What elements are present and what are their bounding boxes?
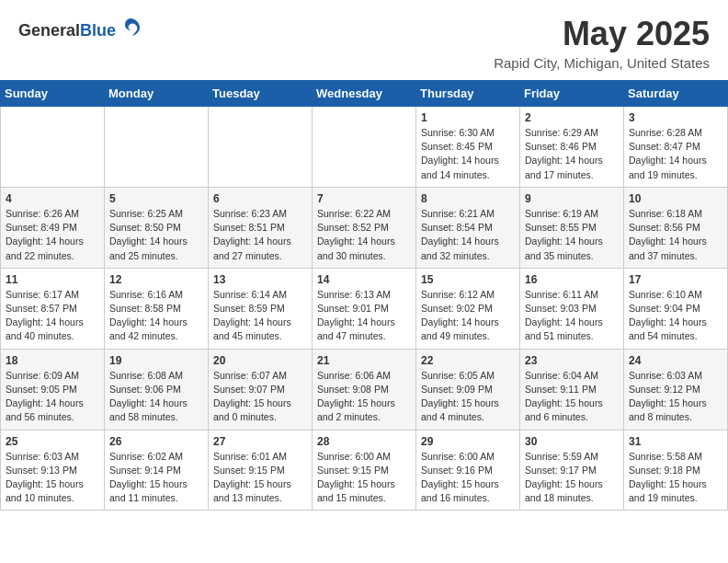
day-info: Sunrise: 6:19 AM Sunset: 8:55 PM Dayligh… — [525, 207, 619, 263]
calendar-cell: 6Sunrise: 6:23 AM Sunset: 8:51 PM Daylig… — [209, 187, 313, 268]
day-number: 12 — [109, 273, 203, 286]
weekday-header-saturday: Saturday — [624, 81, 728, 107]
day-number: 10 — [629, 192, 722, 205]
day-number: 19 — [109, 354, 203, 367]
calendar-cell: 17Sunrise: 6:10 AM Sunset: 9:04 PM Dayli… — [624, 268, 728, 349]
calendar-cell: 29Sunrise: 6:00 AM Sunset: 9:16 PM Dayli… — [416, 430, 520, 511]
day-number: 2 — [525, 111, 619, 124]
day-number: 27 — [213, 435, 307, 448]
calendar-cell: 10Sunrise: 6:18 AM Sunset: 8:56 PM Dayli… — [624, 187, 728, 268]
calendar-cell: 7Sunrise: 6:22 AM Sunset: 8:52 PM Daylig… — [313, 187, 416, 268]
calendar-cell: 15Sunrise: 6:12 AM Sunset: 9:02 PM Dayli… — [416, 268, 520, 349]
page-header: GeneralBlue May 2025 Rapid City, Michiga… — [0, 0, 728, 75]
calendar-cell — [209, 107, 313, 188]
day-info: Sunrise: 6:26 AM Sunset: 8:49 PM Dayligh… — [6, 207, 99, 263]
day-info: Sunrise: 6:03 AM Sunset: 9:12 PM Dayligh… — [629, 369, 722, 425]
day-number: 20 — [213, 354, 307, 367]
day-info: Sunrise: 6:01 AM Sunset: 9:15 PM Dayligh… — [213, 450, 307, 506]
calendar-cell: 4Sunrise: 6:26 AM Sunset: 8:49 PM Daylig… — [1, 187, 105, 268]
logo: GeneralBlue — [18, 15, 143, 46]
day-number: 22 — [421, 354, 515, 367]
day-info: Sunrise: 6:14 AM Sunset: 8:59 PM Dayligh… — [213, 288, 307, 344]
day-number: 8 — [421, 192, 515, 205]
day-info: Sunrise: 6:06 AM Sunset: 9:08 PM Dayligh… — [317, 369, 411, 425]
day-info: Sunrise: 6:04 AM Sunset: 9:11 PM Dayligh… — [525, 369, 619, 425]
day-number: 17 — [629, 273, 722, 286]
weekday-header-tuesday: Tuesday — [209, 81, 313, 107]
day-info: Sunrise: 5:59 AM Sunset: 9:17 PM Dayligh… — [525, 450, 619, 506]
calendar-cell: 3Sunrise: 6:28 AM Sunset: 8:47 PM Daylig… — [624, 107, 728, 188]
calendar-cell: 26Sunrise: 6:02 AM Sunset: 9:14 PM Dayli… — [105, 430, 209, 511]
day-number: 9 — [525, 192, 619, 205]
calendar-cell — [313, 107, 416, 188]
location-label: Rapid City, Michigan, United States — [494, 55, 710, 71]
day-info: Sunrise: 6:03 AM Sunset: 9:13 PM Dayligh… — [6, 450, 99, 506]
month-title: May 2025 — [494, 15, 710, 53]
day-number: 31 — [629, 435, 722, 448]
calendar-cell: 23Sunrise: 6:04 AM Sunset: 9:11 PM Dayli… — [520, 349, 624, 430]
title-area: May 2025 Rapid City, Michigan, United St… — [494, 15, 710, 71]
calendar-cell: 1Sunrise: 6:30 AM Sunset: 8:45 PM Daylig… — [416, 107, 520, 188]
calendar-cell: 16Sunrise: 6:11 AM Sunset: 9:03 PM Dayli… — [520, 268, 624, 349]
calendar-week-row: 4Sunrise: 6:26 AM Sunset: 8:49 PM Daylig… — [1, 187, 728, 268]
weekday-header-sunday: Sunday — [1, 81, 105, 107]
day-info: Sunrise: 6:29 AM Sunset: 8:46 PM Dayligh… — [525, 126, 619, 182]
calendar-cell: 8Sunrise: 6:21 AM Sunset: 8:54 PM Daylig… — [416, 187, 520, 268]
calendar-week-row: 1Sunrise: 6:30 AM Sunset: 8:45 PM Daylig… — [1, 107, 728, 188]
day-number: 30 — [525, 435, 619, 448]
day-info: Sunrise: 6:12 AM Sunset: 9:02 PM Dayligh… — [421, 288, 515, 344]
calendar-cell: 19Sunrise: 6:08 AM Sunset: 9:06 PM Dayli… — [105, 349, 209, 430]
calendar-cell: 24Sunrise: 6:03 AM Sunset: 9:12 PM Dayli… — [624, 349, 728, 430]
day-info: Sunrise: 6:22 AM Sunset: 8:52 PM Dayligh… — [317, 207, 411, 263]
calendar-cell: 2Sunrise: 6:29 AM Sunset: 8:46 PM Daylig… — [520, 107, 624, 188]
day-info: Sunrise: 6:08 AM Sunset: 9:06 PM Dayligh… — [109, 369, 203, 425]
calendar-cell: 25Sunrise: 6:03 AM Sunset: 9:13 PM Dayli… — [1, 430, 105, 511]
day-number: 23 — [525, 354, 619, 367]
day-info: Sunrise: 6:00 AM Sunset: 9:15 PM Dayligh… — [317, 450, 411, 506]
calendar-cell: 27Sunrise: 6:01 AM Sunset: 9:15 PM Dayli… — [209, 430, 313, 511]
day-number: 6 — [213, 192, 307, 205]
calendar-cell: 14Sunrise: 6:13 AM Sunset: 9:01 PM Dayli… — [313, 268, 416, 349]
calendar-cell: 11Sunrise: 6:17 AM Sunset: 8:57 PM Dayli… — [1, 268, 105, 349]
day-info: Sunrise: 6:18 AM Sunset: 8:56 PM Dayligh… — [629, 207, 722, 263]
day-number: 1 — [421, 111, 515, 124]
day-number: 24 — [629, 354, 722, 367]
logo-general: General — [18, 21, 80, 40]
weekday-header-friday: Friday — [520, 81, 624, 107]
day-info: Sunrise: 6:02 AM Sunset: 9:14 PM Dayligh… — [109, 450, 203, 506]
weekday-header-monday: Monday — [105, 81, 209, 107]
day-info: Sunrise: 6:25 AM Sunset: 8:50 PM Dayligh… — [109, 207, 203, 263]
day-number: 21 — [317, 354, 411, 367]
calendar-cell: 22Sunrise: 6:05 AM Sunset: 9:09 PM Dayli… — [416, 349, 520, 430]
day-info: Sunrise: 6:23 AM Sunset: 8:51 PM Dayligh… — [213, 207, 307, 263]
day-number: 7 — [317, 192, 411, 205]
day-info: Sunrise: 6:16 AM Sunset: 8:58 PM Dayligh… — [109, 288, 203, 344]
calendar-cell: 28Sunrise: 6:00 AM Sunset: 9:15 PM Dayli… — [313, 430, 416, 511]
calendar-week-row: 18Sunrise: 6:09 AM Sunset: 9:05 PM Dayli… — [1, 349, 728, 430]
day-info: Sunrise: 6:30 AM Sunset: 8:45 PM Dayligh… — [421, 126, 515, 182]
day-info: Sunrise: 6:10 AM Sunset: 9:04 PM Dayligh… — [629, 288, 722, 344]
logo-bird-icon — [118, 15, 143, 46]
calendar-week-row: 11Sunrise: 6:17 AM Sunset: 8:57 PM Dayli… — [1, 268, 728, 349]
calendar-cell — [1, 107, 105, 188]
calendar-cell: 18Sunrise: 6:09 AM Sunset: 9:05 PM Dayli… — [1, 349, 105, 430]
day-number: 5 — [109, 192, 203, 205]
weekday-header-row: SundayMondayTuesdayWednesdayThursdayFrid… — [1, 81, 728, 107]
logo-blue: Blue — [80, 21, 116, 40]
day-number: 11 — [6, 273, 99, 286]
day-info: Sunrise: 5:58 AM Sunset: 9:18 PM Dayligh… — [629, 450, 722, 506]
day-number: 18 — [6, 354, 99, 367]
weekday-header-wednesday: Wednesday — [313, 81, 416, 107]
day-info: Sunrise: 6:28 AM Sunset: 8:47 PM Dayligh… — [629, 126, 722, 182]
day-number: 26 — [109, 435, 203, 448]
calendar-cell — [105, 107, 209, 188]
day-number: 15 — [421, 273, 515, 286]
day-number: 16 — [525, 273, 619, 286]
day-number: 29 — [421, 435, 515, 448]
calendar-cell: 5Sunrise: 6:25 AM Sunset: 8:50 PM Daylig… — [105, 187, 209, 268]
day-info: Sunrise: 6:11 AM Sunset: 9:03 PM Dayligh… — [525, 288, 619, 344]
calendar-table: SundayMondayTuesdayWednesdayThursdayFrid… — [0, 80, 728, 511]
logo-wordmark: GeneralBlue — [18, 21, 116, 40]
day-info: Sunrise: 6:17 AM Sunset: 8:57 PM Dayligh… — [6, 288, 99, 344]
day-number: 3 — [629, 111, 722, 124]
